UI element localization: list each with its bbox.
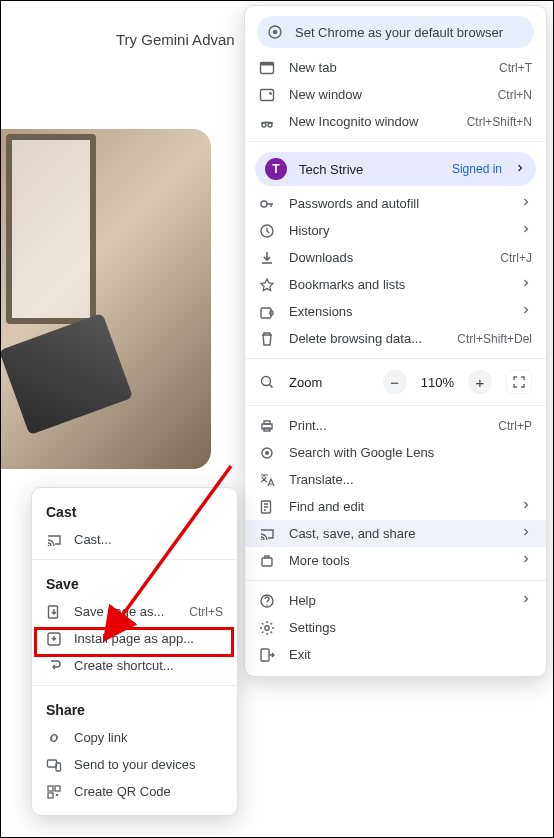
menu-label: Translate... [289, 472, 532, 487]
menu-more-tools[interactable]: More tools [245, 547, 546, 574]
account-name: Tech Strive [299, 162, 440, 177]
zoom-out-button[interactable]: − [383, 370, 407, 394]
menu-cast-save-share[interactable]: Cast, save, and share [245, 520, 546, 547]
menu-clear-data[interactable]: Delete browsing data... Ctrl+Shift+Del [245, 325, 546, 352]
submenu-save-page[interactable]: Save page as... Ctrl+S [32, 598, 237, 625]
chevron-right-icon [520, 196, 532, 211]
menu-incognito[interactable]: New Incognito window Ctrl+Shift+N [245, 108, 546, 135]
menu-extensions[interactable]: Extensions [245, 298, 546, 325]
menu-label: Cast, save, and share [289, 526, 506, 541]
menu-history[interactable]: History [245, 217, 546, 244]
qr-icon [46, 784, 62, 800]
toolbox-icon [259, 553, 275, 569]
history-icon [259, 223, 275, 239]
fullscreen-button[interactable] [506, 370, 532, 394]
new-window-icon [259, 87, 275, 103]
download-icon [259, 250, 275, 266]
print-icon [259, 418, 275, 434]
submenu-qr-code[interactable]: Create QR Code [32, 778, 237, 805]
submenu-shortcut: Ctrl+S [189, 605, 223, 619]
extension-icon [259, 304, 275, 320]
key-icon [259, 196, 275, 212]
chevron-right-icon [520, 499, 532, 514]
menu-shortcut: Ctrl+T [499, 61, 532, 75]
submenu-create-shortcut[interactable]: Create shortcut... [32, 652, 237, 679]
submenu-label: Send to your devices [74, 757, 223, 772]
zoom-in-button[interactable]: + [468, 370, 492, 394]
trash-icon [259, 331, 275, 347]
menu-shortcut: Ctrl+N [498, 88, 532, 102]
submenu-label: Create shortcut... [74, 658, 223, 673]
star-icon [259, 277, 275, 293]
hero-image [1, 129, 211, 469]
submenu-header-save: Save [32, 566, 237, 598]
chevron-right-icon [520, 277, 532, 292]
menu-label: Downloads [289, 250, 486, 265]
menu-label: Find and edit [289, 499, 506, 514]
submenu-label: Save page as... [74, 604, 177, 619]
menu-downloads[interactable]: Downloads Ctrl+J [245, 244, 546, 271]
menu-divider [245, 358, 546, 359]
chevron-right-icon [520, 526, 532, 541]
submenu-header-share: Share [32, 692, 237, 724]
help-icon [259, 593, 275, 609]
submenu-divider [32, 685, 237, 686]
exit-icon [259, 647, 275, 663]
menu-label: New window [289, 87, 484, 102]
chevron-right-icon [520, 553, 532, 568]
menu-label: Bookmarks and lists [289, 277, 506, 292]
shortcut-icon [46, 658, 62, 674]
menu-divider [245, 405, 546, 406]
page-background: Try Gemini Advan Set Chrome as your defa… [1, 1, 553, 837]
menu-new-window[interactable]: New window Ctrl+N [245, 81, 546, 108]
avatar: T [265, 158, 287, 180]
menu-exit[interactable]: Exit [245, 641, 546, 668]
submenu-label: Create QR Code [74, 784, 223, 799]
account-pill[interactable]: T Tech Strive Signed in [255, 152, 536, 186]
banner-label: Set Chrome as your default browser [295, 25, 503, 40]
menu-label: Print... [289, 418, 484, 433]
menu-label: Search with Google Lens [289, 445, 532, 460]
menu-divider [245, 141, 546, 142]
submenu-label: Copy link [74, 730, 223, 745]
menu-help[interactable]: Help [245, 587, 546, 614]
translate-icon [259, 472, 275, 488]
default-browser-banner[interactable]: Set Chrome as your default browser [257, 16, 534, 48]
install-icon [46, 631, 62, 647]
menu-label: More tools [289, 553, 506, 568]
submenu-divider [32, 559, 237, 560]
devices-icon [46, 757, 62, 773]
menu-lens[interactable]: Search with Google Lens [245, 439, 546, 466]
menu-label: Delete browsing data... [289, 331, 443, 346]
cast-save-share-submenu: Cast Cast... Save Save page as... Ctrl+S… [31, 487, 238, 816]
menu-label: Help [289, 593, 506, 608]
submenu-send-devices[interactable]: Send to your devices [32, 751, 237, 778]
submenu-copy-link[interactable]: Copy link [32, 724, 237, 751]
menu-find[interactable]: Find and edit [245, 493, 546, 520]
submenu-header-cast: Cast [32, 494, 237, 526]
chevron-right-icon [520, 304, 532, 319]
lens-icon [259, 445, 275, 461]
promo-text: Try Gemini Advan [116, 31, 235, 48]
menu-label: Passwords and autofill [289, 196, 506, 211]
new-tab-icon [259, 60, 275, 76]
target-icon [267, 24, 283, 40]
menu-zoom: Zoom − 110% + [245, 365, 546, 399]
chevron-right-icon [520, 593, 532, 608]
menu-settings[interactable]: Settings [245, 614, 546, 641]
menu-new-tab[interactable]: New tab Ctrl+T [245, 54, 546, 81]
menu-print[interactable]: Print... Ctrl+P [245, 412, 546, 439]
submenu-label: Cast... [74, 532, 223, 547]
submenu-install-app[interactable]: Install page as app... [32, 625, 237, 652]
menu-shortcut: Ctrl+P [498, 419, 532, 433]
menu-translate[interactable]: Translate... [245, 466, 546, 493]
find-icon [259, 499, 275, 515]
menu-shortcut: Ctrl+J [500, 251, 532, 265]
menu-label: Settings [289, 620, 532, 635]
menu-shortcut: Ctrl+Shift+Del [457, 332, 532, 346]
menu-shortcut: Ctrl+Shift+N [467, 115, 532, 129]
menu-divider [245, 580, 546, 581]
menu-bookmarks[interactable]: Bookmarks and lists [245, 271, 546, 298]
submenu-cast[interactable]: Cast... [32, 526, 237, 553]
menu-passwords[interactable]: Passwords and autofill [245, 190, 546, 217]
